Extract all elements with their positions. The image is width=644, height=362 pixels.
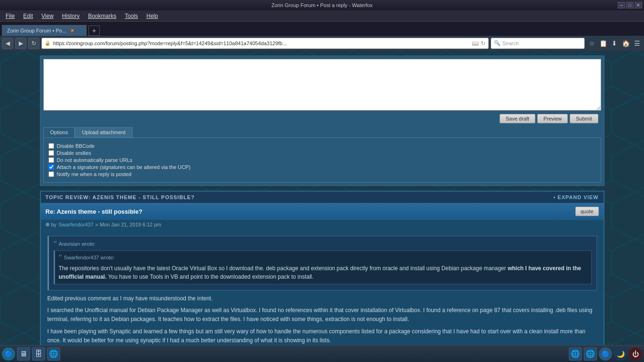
submit-button[interactable]: Submit	[570, 114, 598, 123]
taskbar-start-icon[interactable]: 🔵	[2, 347, 15, 361]
no-auto-parse-label: Do not automatically parse URLs	[57, 157, 133, 163]
address-bar: ◀ ▶ ↻ 🔒 https://zoringroup.com/forum/pos…	[0, 36, 644, 51]
disable-smilies-row: Disable smilies	[48, 150, 596, 156]
post-header: Re: Azenis theme - still possible? quote	[41, 203, 604, 220]
menu-bookmarks[interactable]: Bookmarks	[84, 12, 120, 20]
reply-form: Save draft Preview Submit Options Upload…	[40, 56, 604, 186]
tab-bar: Zorin Group Forum • Po... ✕ +	[0, 22, 644, 36]
tab-close-button[interactable]: ✕	[69, 27, 76, 34]
post-edited-text: Edited previous comment as I may have mi…	[48, 294, 597, 345]
no-auto-parse-row: Do not automatically parse URLs	[48, 157, 596, 163]
disable-bbcode-checkbox[interactable]	[48, 143, 54, 149]
quote-mark-icon: "	[54, 240, 57, 249]
post-container: Re: Azenis theme - still possible? quote…	[41, 203, 604, 349]
disable-smilies-label: Disable smilies	[57, 150, 91, 156]
taskbar-files-icon[interactable]: 🖥	[17, 347, 30, 361]
post-body-line1: I searched the Unofficial manual for Deb…	[48, 306, 597, 324]
menu-tools[interactable]: Tools	[121, 12, 142, 20]
post-date: » Mon Jan 21, 2019 6:12 pm	[95, 222, 161, 227]
taskbar-browser-icon1[interactable]: 🌐	[569, 347, 582, 361]
window-controls: ─ □ ✕	[618, 2, 642, 8]
nested-quote-mark-icon: "	[59, 254, 62, 262]
attach-signature-checkbox[interactable]	[48, 164, 54, 170]
swarfendor-quote-block: " Swarfendor437 wrote: The repositories …	[54, 250, 592, 284]
swarfendor-wrote-label: Swarfendor437 wrote:	[64, 254, 115, 262]
disable-smilies-checkbox[interactable]	[48, 150, 54, 156]
reply-text-editor[interactable]	[43, 59, 601, 111]
menu-icon[interactable]: ☰	[632, 38, 642, 48]
swarfendor-quote-header: " Swarfendor437 wrote:	[59, 254, 588, 262]
minimize-button[interactable]: ─	[618, 2, 625, 8]
edited-note: Edited previous comment as I may have mi…	[48, 294, 597, 303]
quote-button[interactable]: quote	[575, 207, 599, 216]
menu-file[interactable]: File	[2, 12, 18, 20]
search-icon: 🔍	[494, 40, 501, 46]
no-auto-parse-checkbox[interactable]	[48, 157, 54, 163]
search-bar[interactable]: 🔍 Search	[491, 38, 585, 49]
taskbar: 🔵 🖥 🗄 🌐 🌐 🌐 🔵 🌙 ⏻	[0, 345, 644, 361]
window-title: Zorin Group Forum • Post a reply - Water…	[271, 2, 373, 8]
post-by-label: by	[51, 222, 57, 227]
toolbar-icons: ☆ 📋 ⬇ 🏠 ☰	[587, 38, 642, 48]
menu-view[interactable]: View	[38, 12, 57, 20]
editor-actions: Save draft Preview Submit	[43, 114, 601, 123]
tab-label: Zorin Group Forum • Po...	[7, 28, 66, 33]
post-body-line2: I have been playing with Synaptic and le…	[48, 327, 597, 345]
download-icon[interactable]: ⬇	[609, 38, 620, 48]
menu-bar: File Edit View History Bookmarks Tools H…	[0, 10, 644, 22]
new-tab-button[interactable]: +	[88, 25, 100, 36]
post-body: " Aravisian wrote: " Swarfendor437 wrote…	[41, 229, 604, 349]
notify-reply-row: Notify me when a reply is posted	[48, 171, 596, 177]
url-text: https://zoringroup.com/forum/posting.php…	[53, 40, 470, 46]
taskbar-zoom-icon[interactable]: 🔵	[599, 347, 612, 361]
options-content: Disable BBCode Disable smilies Do not au…	[43, 137, 601, 183]
nested-quote-end: You have to use Tools in VB and point to…	[108, 274, 314, 280]
disable-bbcode-label: Disable BBCode	[57, 143, 95, 149]
expand-view-link[interactable]: • EXPAND VIEW	[553, 194, 598, 200]
nested-quote-text: The repositories don't usually have the …	[59, 265, 506, 272]
menu-history[interactable]: History	[58, 12, 83, 20]
aravisian-quote-block: " Aravisian wrote: " Swarfendor437 wrote…	[48, 236, 597, 290]
topic-review-title: TOPIC REVIEW: AZENIS THEME - STILL POSSI…	[46, 194, 195, 200]
search-placeholder: Search	[502, 40, 519, 46]
home-icon[interactable]: 🏠	[620, 38, 631, 48]
topic-review-section: TOPIC REVIEW: AZENIS THEME - STILL POSSI…	[40, 191, 604, 350]
reader-mode-icon[interactable]: 📖	[472, 40, 479, 47]
attach-signature-label: Attach a signature (signatures can be al…	[57, 164, 191, 170]
browser-tab[interactable]: Zorin Group Forum • Po... ✕	[2, 25, 87, 36]
forward-button[interactable]: ▶	[15, 38, 26, 49]
main-container: Save draft Preview Submit Options Upload…	[40, 56, 604, 350]
tab-options[interactable]: Options	[43, 127, 75, 137]
refresh-button[interactable]: ↻	[28, 38, 40, 49]
post-meta: by Swarfendor437 » Mon Jan 21, 2019 6:12…	[41, 220, 604, 229]
bookmark-list-icon[interactable]: 📋	[598, 38, 608, 48]
post-dot-icon	[46, 223, 49, 226]
taskbar-power-icon[interactable]: ⏻	[629, 347, 642, 361]
taskbar-browser-icon2[interactable]: 🌐	[584, 347, 597, 361]
taskbar-moon-icon[interactable]: 🌙	[614, 347, 627, 361]
url-bar[interactable]: 🔒 https://zoringroup.com/forum/posting.p…	[41, 38, 489, 49]
notify-reply-label: Notify me when a reply is posted	[57, 171, 132, 177]
page-background: Save draft Preview Submit Options Upload…	[0, 51, 644, 361]
aravisian-quote-header: " Aravisian wrote:	[54, 240, 592, 249]
preview-button[interactable]: Preview	[537, 114, 568, 123]
taskbar-network-icon[interactable]: 🌐	[47, 347, 60, 361]
post-author-link[interactable]: Swarfendor437	[58, 222, 94, 227]
attach-signature-row: Attach a signature (signatures can be al…	[48, 164, 596, 170]
reload-url-button[interactable]: ↻	[481, 40, 485, 47]
aravisian-wrote-label: Aravisian wrote:	[59, 240, 95, 248]
topic-review-header: TOPIC REVIEW: AZENIS THEME - STILL POSSI…	[41, 192, 604, 203]
maximize-button[interactable]: □	[626, 2, 634, 8]
save-draft-button[interactable]: Save draft	[500, 114, 535, 123]
back-button[interactable]: ◀	[2, 38, 13, 49]
notify-reply-checkbox[interactable]	[48, 171, 54, 177]
tab-upload-attachment[interactable]: Upload attachment	[75, 127, 132, 137]
menu-edit[interactable]: Edit	[19, 12, 37, 20]
close-button[interactable]: ✕	[635, 2, 642, 8]
secure-icon: 🔒	[45, 40, 51, 47]
menu-help[interactable]: Help	[143, 12, 162, 20]
options-tabs: Options Upload attachment	[43, 127, 601, 137]
disable-bbcode-row: Disable BBCode	[48, 143, 596, 149]
taskbar-db-icon[interactable]: 🗄	[32, 347, 45, 361]
bookmark-star-icon[interactable]: ☆	[587, 38, 597, 48]
